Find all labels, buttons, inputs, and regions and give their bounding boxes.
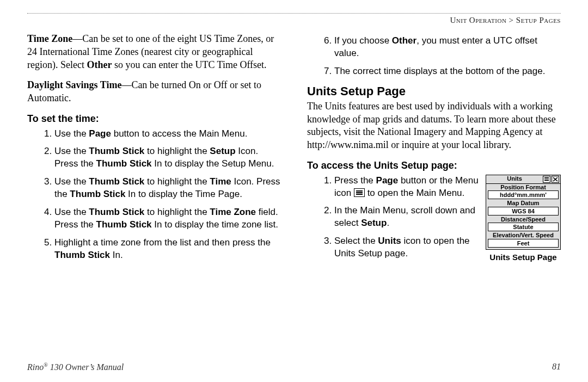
device-value: Statute	[488, 223, 559, 231]
time-zone-paragraph: Time Zone—Can be set to one of the eight…	[27, 33, 281, 71]
device-title: Units	[487, 176, 542, 182]
list-item: If you choose Other, you must enter a UT…	[334, 35, 561, 60]
close-icon	[552, 176, 559, 183]
set-time-steps-continued: If you choose Other, you must enter a UT…	[307, 35, 561, 78]
svg-rect-1	[544, 180, 549, 181]
device-label: Elevation/Vert. Speed	[486, 232, 560, 239]
figure-caption: Units Setup Page	[486, 252, 561, 263]
units-setup-heading: Units Setup Page	[307, 83, 561, 99]
list-item: Use the Thumb Stick to highlight the Set…	[54, 145, 281, 170]
menu-icon	[354, 188, 365, 197]
manual-title: Rino® 130 Owner’s Manual	[27, 362, 124, 372]
device-label: Map Datum	[486, 200, 560, 207]
device-value: hddd°mm.mmm'	[488, 190, 559, 199]
set-time-heading: To set the time:	[27, 113, 281, 126]
list-item: The correct time displays at the bottom …	[334, 65, 561, 78]
units-setup-figure: Units Position Format hddd°mm.mmm' Map D…	[486, 175, 561, 263]
svg-rect-0	[544, 177, 549, 178]
dst-label: Daylight Savings Time	[27, 79, 121, 90]
device-label: Distance/Speed	[486, 216, 560, 223]
dst-paragraph: Daylight Savings Time—Can be turned On o…	[27, 79, 281, 105]
breadcrumb-section: Unit Operation	[450, 16, 506, 24]
time-zone-label: Time Zone	[27, 33, 72, 44]
device-value: Feet	[488, 239, 559, 248]
breadcrumb: Unit Operation > Setup Pages	[27, 13, 561, 25]
page-footer: Rino® 130 Owner’s Manual 81	[27, 362, 561, 372]
list-item: Highlight a time zone from the list and …	[54, 237, 281, 262]
device-screenshot: Units Position Format hddd°mm.mmm' Map D…	[486, 175, 561, 250]
page-number: 81	[552, 362, 561, 372]
units-setup-paragraph: The Units features are best used by indi…	[307, 100, 561, 152]
window-menu-icon	[543, 176, 550, 183]
list-item: Use the Page button to access the Main M…	[54, 128, 281, 140]
list-item: Use the Thumb Stick to highlight the Tim…	[54, 206, 281, 231]
access-units-heading: To access the Units Setup page:	[307, 159, 561, 172]
device-label: Position Format	[486, 184, 560, 191]
breadcrumb-page: Setup Pages	[516, 16, 561, 24]
list-item: Use the Thumb Stick to highlight the Tim…	[54, 176, 281, 201]
set-time-steps: Use the Page button to access the Main M…	[27, 128, 281, 262]
device-value: WGS 84	[488, 207, 559, 215]
